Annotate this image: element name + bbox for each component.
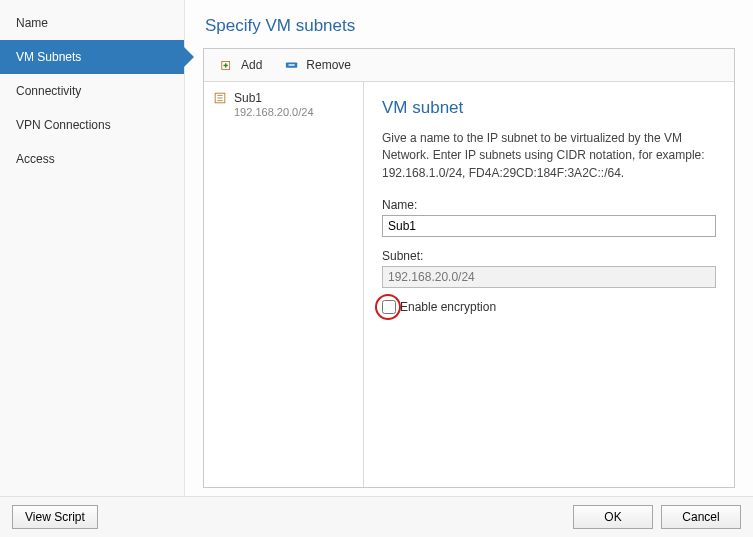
footer: View Script OK Cancel [0,496,753,537]
add-button[interactable]: Add [210,53,271,77]
page-title: Specify VM subnets [205,16,735,36]
subnet-label: Subnet: [382,249,716,263]
detail-pane: VM subnet Give a name to the IP subnet t… [364,82,734,487]
subnet-input[interactable] [382,266,716,288]
list-item-cidr: 192.168.20.0/24 [212,106,355,118]
view-script-button[interactable]: View Script [12,505,98,529]
sidebar-item-label: VPN Connections [16,118,111,132]
enable-encryption-checkbox[interactable] [382,300,396,314]
enable-encryption-row: Enable encryption [382,300,716,314]
cancel-button[interactable]: Cancel [661,505,741,529]
enable-encryption-label: Enable encryption [400,300,496,314]
name-input[interactable] [382,215,716,237]
toolbar: Add Remove [204,49,734,82]
remove-button[interactable]: Remove [275,53,360,77]
detail-title: VM subnet [382,98,716,118]
sidebar-item-label: VM Subnets [16,50,81,64]
sidebar-item-label: Name [16,16,48,30]
remove-label: Remove [306,58,351,72]
sidebar-item-connectivity[interactable]: Connectivity [0,74,184,108]
add-icon [219,57,235,73]
subnet-icon [212,90,228,106]
list-item-name: Sub1 [234,91,262,105]
sidebar-item-vpn-connections[interactable]: VPN Connections [0,108,184,142]
sidebar-item-name[interactable]: Name [0,6,184,40]
sidebar-item-access[interactable]: Access [0,142,184,176]
add-label: Add [241,58,262,72]
sidebar-item-label: Access [16,152,55,166]
sidebar-item-label: Connectivity [16,84,81,98]
name-label: Name: [382,198,716,212]
subnet-list: Sub1 192.168.20.0/24 [204,82,364,487]
detail-description: Give a name to the IP subnet to be virtu… [382,130,716,182]
sidebar: Name VM Subnets Connectivity VPN Connect… [0,0,185,496]
subnet-panel: Add Remove [203,48,735,488]
remove-icon [284,57,300,73]
ok-button[interactable]: OK [573,505,653,529]
main-content: Specify VM subnets Add [185,0,753,496]
sidebar-item-vm-subnets[interactable]: VM Subnets [0,40,184,74]
list-item[interactable]: Sub1 192.168.20.0/24 [204,86,363,124]
